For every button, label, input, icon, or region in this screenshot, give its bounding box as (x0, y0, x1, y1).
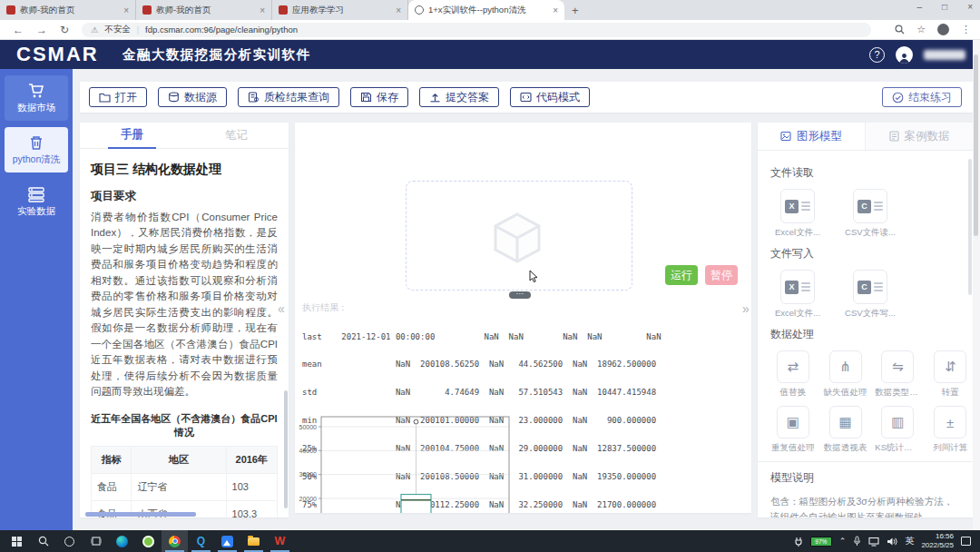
open-button[interactable]: 打开 (89, 87, 147, 107)
chrome-taskbar-item[interactable] (162, 530, 188, 552)
model-csv-read[interactable]: C CSV文件读... (843, 189, 897, 239)
code-mode-button[interactable]: 代码模式 (510, 87, 590, 107)
model-column-calc[interactable]: ± 列间计算 (927, 406, 973, 454)
sidebar-item-python-cleaning[interactable]: python清洗 (5, 127, 68, 172)
task-view-button[interactable] (83, 530, 109, 552)
output-line: std NaN 4.74649 NaN 57.510543 NaN 10447.… (302, 388, 662, 397)
browser-profile-avatar[interactable] (937, 24, 949, 35)
back-button[interactable]: ← (13, 24, 24, 36)
model-missing-value[interactable]: ⋔ 缺失值处理 (823, 350, 868, 399)
notification-center-icon[interactable] (961, 537, 971, 546)
model-dtype-convert[interactable]: ⇋ 数据类型转... (875, 350, 920, 399)
input-language-indicator[interactable]: 英 (905, 535, 914, 547)
browser-tab-active[interactable]: 1+x实训软件--python清洗 × (408, 0, 564, 20)
requirement-text: 消费者物价指数CPI（Consumer Price Index），又称居民消费价… (91, 210, 278, 400)
panel-scrollbar[interactable] (968, 159, 972, 295)
file-explorer-taskbar-item[interactable] (240, 530, 267, 552)
reload-button[interactable]: ↻ (60, 24, 69, 36)
clock-time: 16:56 (936, 532, 954, 540)
output-line: last 2021-12-01 00:00:00 NaN NaN NaN NaN… (302, 332, 662, 341)
datasource-button[interactable]: 数据源 (158, 87, 227, 107)
collapse-left-icon[interactable]: « (278, 301, 285, 316)
finish-practice-button[interactable]: 结束练习 (882, 87, 962, 107)
tab-notes[interactable]: 笔记 (184, 123, 289, 148)
quality-check-button[interactable]: 质检结果查询 (238, 87, 339, 107)
save-button[interactable]: 保存 (350, 87, 408, 107)
output-line: mean NaN 200108.56250 NaN 44.562500 NaN … (302, 360, 662, 369)
tray-expand-chevron[interactable]: ⌃ (839, 537, 847, 546)
database-stack-icon (27, 186, 45, 202)
browser-menu-icon[interactable]: ⋮ (961, 24, 971, 35)
tab-title: 教师-我的首页 (20, 5, 119, 16)
model-csv-write[interactable]: C CSV文件写... (843, 270, 897, 320)
window-maximize-button[interactable]: □ (942, 2, 947, 12)
requirement-heading: 项目要求 (91, 189, 278, 204)
collapse-right-icon[interactable]: » (742, 301, 750, 316)
model-duplicate-handle[interactable]: ▣ 重复值处理 (770, 406, 816, 454)
help-icon[interactable]: ? (869, 47, 885, 63)
run-button[interactable]: 运行 (665, 265, 698, 285)
tool-label: 数据透视表 (823, 442, 868, 454)
mouse-cursor (529, 270, 539, 283)
tab-case-data[interactable]: 案例数据 (865, 123, 973, 150)
tool-label: 值替换 (770, 387, 816, 399)
site-favicon (142, 5, 152, 15)
submit-answer-button[interactable]: 提交答案 (419, 87, 499, 107)
pause-button[interactable]: 暂停 (705, 265, 738, 285)
start-button[interactable] (4, 530, 30, 552)
tab-title: 1+x实训软件--python清洗 (428, 5, 548, 16)
user-avatar[interactable] (896, 46, 913, 64)
secure-browser-taskbar-item[interactable] (135, 530, 162, 552)
bookmark-star-icon[interactable]: ☆ (916, 24, 926, 35)
sidebar-item-experiment-data[interactable]: 实验数据 (5, 179, 68, 224)
tab-close-icon[interactable]: × (553, 5, 558, 15)
manual-vertical-scrollbar[interactable] (284, 390, 288, 508)
battery-indicator[interactable]: 97% (810, 537, 832, 547)
model-excel-read[interactable]: X Excel文件... (770, 189, 825, 239)
panel-splitter-handle[interactable]: ⋯ (509, 291, 531, 299)
docs-app-taskbar-item[interactable] (214, 530, 240, 552)
model-value-replace[interactable]: ⇄ 值替换 (770, 350, 816, 399)
wps-taskbar-item[interactable]: W (267, 530, 293, 552)
window-close-button[interactable]: × (967, 2, 973, 12)
tab-label: 案例数据 (905, 129, 950, 144)
table-row: 食品 辽宁省 103 (92, 473, 278, 500)
tab-label: 笔记 (225, 128, 248, 143)
cortana-button[interactable] (56, 530, 83, 552)
browser-tab[interactable]: 应用教学学习 × (272, 0, 408, 20)
sidebar-item-data-market[interactable]: 数据市场 (5, 75, 68, 121)
divider: | (137, 25, 139, 34)
q-browser-taskbar-item[interactable]: Q (188, 530, 214, 552)
page-scrollbar-thumb[interactable] (974, 54, 978, 236)
tab-close-icon[interactable]: × (123, 5, 129, 15)
microphone-icon[interactable] (853, 536, 861, 547)
tab-manual[interactable]: 手册 (80, 123, 184, 148)
section-file-read: 文件读取 (770, 165, 973, 181)
volume-icon[interactable] (887, 537, 897, 547)
report-search-icon (248, 92, 260, 103)
new-tab-button[interactable]: + (572, 4, 579, 17)
cell: 辽宁省 (132, 473, 226, 500)
tab-graph-model[interactable]: 图形模型 (758, 123, 865, 150)
tab-close-icon[interactable]: × (260, 5, 265, 15)
browser-tab[interactable]: 教师-我的首页 × (136, 0, 272, 20)
model-pivot-table[interactable]: ▦ 数据透视表 (823, 406, 868, 454)
tool-label: 列间计算 (927, 442, 973, 454)
network-icon[interactable] (868, 537, 879, 547)
taskbar-search-button[interactable] (30, 530, 56, 552)
workspace-panel: 运行 暂停 ⋯ 执行结果： last 2021-12-01 00:00:00 N… (295, 123, 751, 513)
tab-close-icon[interactable]: × (396, 5, 401, 15)
edge-taskbar-item[interactable] (109, 530, 135, 552)
cpi-table-title: 近五年全国各地区（不含港澳台）食品CPI情况 (91, 412, 278, 439)
zoom-icon[interactable] (895, 25, 905, 34)
csv-file-icon: C (858, 200, 883, 213)
browser-tab[interactable]: 教师-我的首页 × (0, 0, 136, 20)
model-excel-write[interactable]: X Excel文件... (770, 270, 825, 320)
window-minimize-button[interactable]: – (917, 2, 923, 12)
url-field[interactable]: ⚠ 不安全 | fdp.csmar.com:96/page/cleaning/p… (82, 23, 871, 37)
model-ks-test[interactable]: ▥ KS统计检验 (875, 406, 920, 454)
system-clock[interactable]: 16:56 2022/5/25 (921, 532, 954, 550)
model-transpose[interactable]: ⇵ 转置 (927, 350, 973, 399)
manual-horizontal-scrollbar[interactable] (85, 512, 196, 517)
forward-button[interactable]: → (36, 24, 47, 36)
